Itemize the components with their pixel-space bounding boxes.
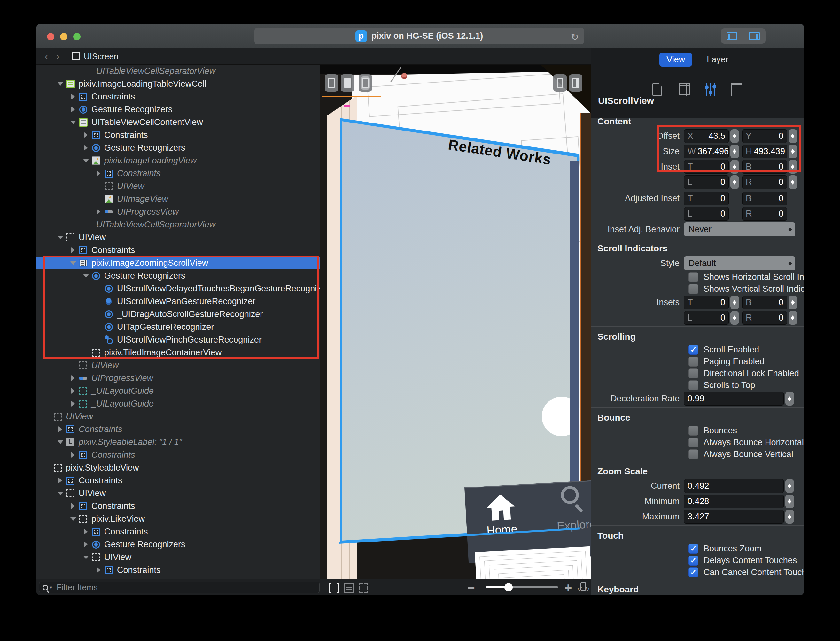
tree-row[interactable]: _UILayoutGuide [37, 385, 320, 397]
close-window-button[interactable] [47, 33, 55, 40]
tree-row[interactable]: Gesture Recognizers [37, 269, 320, 282]
tree-row[interactable]: UIProgressView [37, 372, 320, 385]
tree-row[interactable]: UITableViewCellContentView [37, 116, 320, 129]
stepper[interactable] [789, 175, 797, 189]
value-field-h[interactable]: H493.439 [742, 145, 787, 158]
toggle-left-panel-button[interactable] [721, 29, 743, 43]
show-clipped-content-button[interactable] [329, 583, 339, 593]
view-mode-3d-button[interactable] [569, 74, 582, 92]
stepper[interactable] [730, 145, 739, 158]
value-field[interactable]: 3.427 [684, 510, 784, 523]
disclosure-closed-icon[interactable] [68, 375, 78, 381]
checkbox[interactable] [689, 380, 699, 390]
checkbox[interactable] [689, 357, 699, 367]
disclosure-open-icon[interactable] [81, 554, 91, 560]
stepper[interactable] [730, 311, 739, 325]
tree-row[interactable]: UIImageView [37, 193, 320, 205]
tree-row[interactable]: UIView [37, 231, 320, 244]
disclosure-closed-icon[interactable] [94, 209, 104, 215]
stepper[interactable] [730, 175, 739, 189]
checkbox[interactable] [689, 272, 699, 282]
disclosure-closed-icon[interactable] [68, 503, 78, 509]
disclosure-closed-icon[interactable] [68, 388, 78, 394]
tree-row[interactable]: UIScrollViewPinchGestureRecognizer [37, 333, 320, 346]
disclosure-closed-icon[interactable] [81, 132, 91, 138]
tree-row[interactable]: UIView [37, 410, 320, 423]
orient-filled-button[interactable] [341, 74, 354, 92]
stepper[interactable] [785, 479, 794, 493]
forward-icon[interactable]: › [56, 51, 59, 62]
tree-row[interactable]: Constraints [37, 564, 320, 577]
tree-row[interactable]: UITapGestureRecognizer [37, 320, 320, 333]
disclosure-open-icon[interactable] [56, 81, 65, 87]
checkbox[interactable]: ✓ [689, 556, 699, 565]
tree-row[interactable]: UIView [37, 359, 320, 372]
disclosure-closed-icon[interactable] [94, 171, 104, 176]
checkbox[interactable] [689, 369, 699, 378]
show-bounds-button[interactable] [359, 583, 368, 593]
disclosure-closed-icon[interactable] [68, 94, 78, 100]
show-constraints-button[interactable] [344, 583, 353, 593]
debug-canvas[interactable]: Related Works Home Explore [320, 64, 591, 579]
stepper[interactable] [789, 296, 797, 309]
value-field-l[interactable]: L0 [684, 207, 729, 221]
dropdown-style[interactable]: Default [684, 256, 795, 270]
value-field-b[interactable]: B0 [742, 192, 787, 205]
tree-row[interactable]: Constraints [37, 448, 320, 461]
stepper[interactable] [730, 160, 739, 174]
stepper[interactable] [789, 311, 797, 325]
disclosure-closed-icon[interactable] [56, 478, 65, 483]
disclosure-open-icon[interactable] [68, 119, 78, 126]
tree-row[interactable]: Gesture Recognizers [37, 538, 320, 551]
tree-row[interactable]: Gesture Recognizers [37, 142, 320, 154]
rotate-device-icon[interactable] [578, 582, 589, 593]
tree-row[interactable]: pixiv.LikeView [37, 512, 320, 525]
filter-field[interactable]: ▾ Filter Items [39, 581, 320, 593]
tree-row[interactable]: Constraints [37, 90, 320, 103]
value-field-r[interactable]: R0 [742, 207, 787, 221]
tree-row[interactable]: Constraints [37, 499, 320, 512]
zoom-out-button[interactable]: − [467, 581, 475, 595]
value-field-t[interactable]: T0 [684, 160, 729, 174]
disclosure-open-icon[interactable] [68, 515, 78, 522]
tree-row[interactable]: _UILayoutGuide [37, 397, 320, 410]
tree-row[interactable]: pixiv.ImageLoadingTableViewCell [37, 77, 320, 90]
refresh-icon[interactable]: ↻ [571, 31, 579, 42]
disclosure-closed-icon[interactable] [94, 567, 104, 573]
disclosure-closed-icon[interactable] [81, 541, 91, 547]
checkbox[interactable] [689, 426, 699, 436]
size-inspector-icon[interactable] [679, 84, 690, 96]
minimize-window-button[interactable] [60, 33, 67, 40]
stepper[interactable] [730, 129, 739, 143]
checkbox[interactable]: ✓ [689, 544, 699, 554]
checkbox[interactable] [689, 449, 699, 459]
stepper[interactable] [785, 510, 794, 523]
disclosure-open-icon[interactable] [56, 234, 65, 240]
back-icon[interactable]: ‹ [45, 51, 48, 62]
ruler-inspector-icon[interactable] [731, 84, 742, 96]
tree-row[interactable]: UIScrollViewPanGestureRecognizer [37, 295, 320, 308]
checkbox[interactable] [689, 438, 699, 448]
disclosure-closed-icon[interactable] [68, 452, 78, 458]
disclosure-open-icon[interactable] [56, 490, 65, 496]
spacing-slider[interactable] [486, 586, 558, 588]
orient-portrait-button[interactable] [325, 74, 338, 92]
tree-row[interactable]: pixiv.ImageLoadingView [37, 154, 320, 167]
view-mode-button[interactable] [553, 74, 567, 92]
value-field-t[interactable]: T0 [684, 296, 729, 309]
stepper[interactable] [785, 392, 794, 406]
tab-layer[interactable]: Layer [700, 53, 736, 66]
tree-row[interactable]: pixiv.ImageZoomingScrollView [37, 256, 320, 269]
tree-row[interactable]: Constraints [37, 129, 320, 142]
value-field-b[interactable]: B0 [742, 296, 787, 309]
dropdown-inset-adj-behavior[interactable]: Never [684, 222, 795, 237]
checkbox[interactable]: ✓ [689, 345, 699, 355]
disclosure-open-icon[interactable] [68, 260, 78, 266]
disclosure-closed-icon[interactable] [68, 401, 78, 407]
orient-frame-button[interactable] [359, 74, 372, 92]
value-field-y[interactable]: Y0 [742, 129, 787, 143]
toggle-right-panel-button[interactable] [743, 29, 766, 43]
value-field-b[interactable]: B0 [742, 160, 787, 174]
tree-row[interactable]: pixiv.StyleableLabel: "1 / 1" [37, 436, 320, 448]
tree-row[interactable]: UIProgressView [37, 205, 320, 218]
